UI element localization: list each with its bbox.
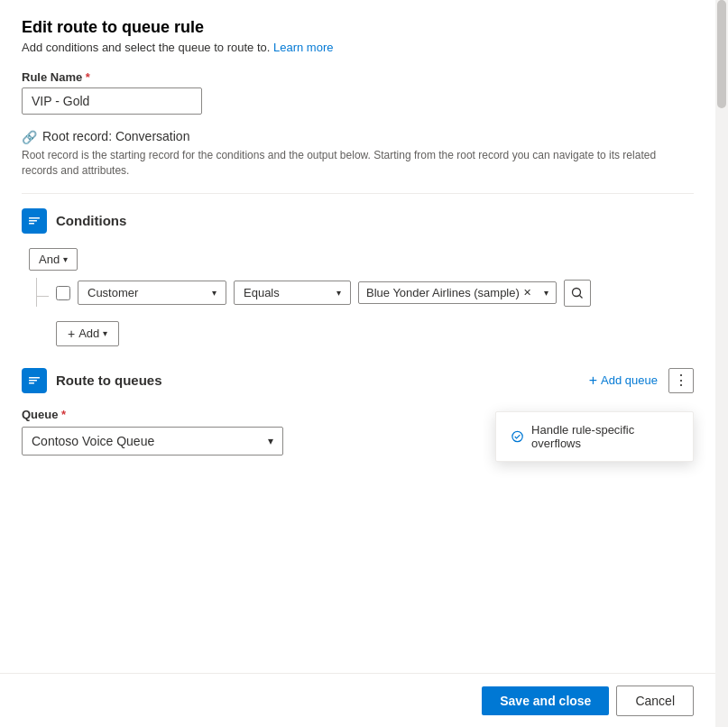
plus-icon-queue: + (589, 373, 597, 389)
root-record-icon: 🔗 (22, 130, 37, 144)
rule-name-field: Rule Name * (22, 70, 694, 115)
root-record-title: Root record: Conversation (42, 129, 189, 143)
and-dropdown[interactable]: And ▾ (29, 248, 78, 271)
more-options-button[interactable]: ⋮ (668, 368, 694, 393)
route-header: Route to queues + Add queue ⋮ (22, 368, 694, 393)
overflow-item-handle[interactable]: Handle rule-specific overflows (496, 416, 693, 457)
svg-point-8 (512, 431, 522, 441)
page-subtitle: Add conditions and select the queue to r… (22, 41, 694, 54)
route-title: Route to queues (56, 373, 162, 388)
route-svg-icon (27, 373, 41, 388)
scrollbar[interactable] (715, 0, 728, 727)
condition-checkbox[interactable] (56, 286, 70, 300)
plus-icon: + (68, 327, 75, 341)
equals-dropdown[interactable]: Equals ▾ (234, 281, 351, 305)
queue-chevron-icon: ▾ (268, 435, 273, 447)
page-heading: Edit route to queue rule (22, 18, 694, 37)
svg-rect-2 (29, 223, 34, 225)
page-title: Edit route to queue rule Add conditions … (22, 18, 694, 54)
value-tag: Blue Yonder Airlines (sample) ✕ (366, 286, 531, 299)
rule-name-label: Rule Name * (22, 70, 694, 84)
customer-chevron-icon: ▾ (212, 288, 217, 298)
root-record-section: 🔗 Root record: Conversation Root record … (22, 129, 694, 179)
add-chevron-icon: ▾ (103, 328, 107, 338)
conditions-header: Conditions (22, 208, 694, 234)
learn-more-link[interactable]: Learn more (273, 41, 333, 54)
queue-dropdown[interactable]: Contoso Voice Queue ▾ (22, 427, 283, 456)
conditions-section: Conditions And ▾ Customer ▾ Equals (22, 208, 694, 346)
main-panel: Edit route to queue rule Add conditions … (0, 0, 715, 727)
overflow-item-icon (511, 429, 524, 444)
scrollbar-thumb[interactable] (717, 0, 726, 108)
add-condition-button[interactable]: + Add ▾ (56, 321, 119, 346)
svg-rect-0 (29, 217, 40, 219)
value-dropdown[interactable]: Blue Yonder Airlines (sample) ✕ ▾ (358, 281, 557, 304)
search-icon (571, 287, 584, 299)
svg-rect-1 (29, 220, 37, 222)
add-queue-button[interactable]: + Add queue (582, 369, 665, 392)
route-header-right: + Add queue ⋮ Handle rule-specific overf… (582, 368, 694, 393)
svg-rect-5 (29, 377, 40, 379)
svg-line-4 (579, 295, 582, 298)
conditions-svg-icon (27, 214, 41, 228)
route-section: Route to queues + Add queue ⋮ (22, 368, 694, 456)
condition-row: Customer ▾ Equals ▾ Blue Yonder Airlines… (29, 280, 694, 307)
ellipsis-icon: ⋮ (674, 372, 688, 389)
rule-name-input[interactable] (22, 87, 202, 115)
remove-value-icon[interactable]: ✕ (523, 287, 531, 299)
conditions-title: Conditions (56, 213, 126, 228)
save-and-close-button[interactable]: Save and close (482, 686, 609, 715)
route-header-left: Route to queues (22, 368, 162, 393)
conditions-icon (22, 208, 47, 234)
root-record-description: Root record is the starting record for t… (22, 148, 694, 179)
svg-rect-7 (29, 382, 34, 384)
equals-chevron-icon: ▾ (336, 288, 341, 298)
chevron-down-icon: ▾ (63, 254, 68, 264)
conditions-area: And ▾ Customer ▾ Equals ▾ (22, 248, 694, 346)
queue-required: * (61, 408, 66, 421)
cancel-button[interactable]: Cancel (616, 686, 694, 716)
divider-1 (22, 193, 694, 194)
value-chevron-icon: ▾ (544, 288, 548, 298)
customer-dropdown[interactable]: Customer ▾ (78, 281, 226, 305)
footer: Save and close Cancel (0, 673, 715, 727)
svg-rect-6 (29, 380, 37, 382)
svg-point-3 (572, 288, 580, 296)
condition-line (29, 280, 47, 316)
required-marker: * (86, 70, 90, 84)
search-button[interactable] (564, 280, 591, 307)
route-icon (22, 368, 47, 393)
overflow-popup: Handle rule-specific overflows (495, 411, 694, 462)
